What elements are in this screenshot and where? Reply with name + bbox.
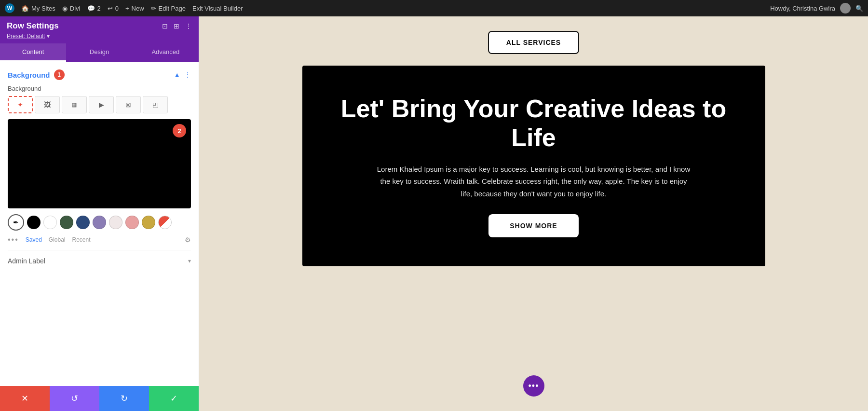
tab-design[interactable]: Design	[66, 43, 132, 62]
background-type-row: ✦ 🖼 ▦ ▶ ⊠ ◰	[8, 96, 191, 113]
columns-icon[interactable]: ⊞	[174, 22, 179, 30]
divi-icon: ◉	[62, 5, 68, 12]
revisions-icon: ↩	[108, 5, 113, 12]
swatch-white[interactable]	[43, 216, 57, 229]
chevron-down-icon: ▾	[188, 258, 191, 264]
color-fill-icon: ✦	[17, 101, 23, 109]
all-services-button[interactable]: ALL SERVICES	[488, 31, 579, 54]
wordpress-icon[interactable]: W	[5, 3, 14, 13]
panel-title: Row Settings	[7, 21, 59, 31]
preview-badge: 2	[173, 124, 186, 137]
swatch-light-pink[interactable]	[109, 216, 122, 229]
color-tools-row: ✒	[8, 214, 191, 231]
new-menu[interactable]: + New	[125, 5, 144, 12]
swatch-black[interactable]	[27, 216, 41, 229]
plus-icon: +	[125, 5, 129, 12]
comments-icon: 💬	[87, 5, 95, 12]
background-section-header: Background 1 ▲ ⋮	[8, 69, 191, 80]
tab-content[interactable]: Content	[0, 43, 66, 62]
edit-page-label: Edit Page	[159, 5, 186, 12]
search-icon[interactable]: 🔍	[855, 5, 863, 12]
howdy-text: Howdy, Christina Gwira	[770, 5, 835, 12]
mask-icon: ◰	[152, 101, 159, 109]
hero-section: Let' Bring Your Creative Ideas to Life L…	[302, 66, 765, 266]
wp-admin-bar: W 🏠 My Sites ◉ Divi 💬 2 ↩ 0 + New ✏ Edit…	[0, 0, 868, 16]
swatch-pink[interactable]	[125, 216, 139, 229]
swatch-eraser[interactable]	[158, 216, 172, 229]
revisions-menu[interactable]: ↩ 0	[108, 5, 119, 12]
redo-button[interactable]: ↻	[99, 386, 149, 411]
my-sites-menu[interactable]: 🏠 My Sites	[21, 5, 55, 12]
cancel-button[interactable]: ✕	[0, 386, 50, 411]
preset-label[interactable]: Preset: Default ▾	[7, 33, 192, 40]
divi-menu[interactable]: ◉ Divi	[62, 5, 81, 12]
panel-footer: ✕ ↺ ↻ ✓	[0, 386, 199, 411]
user-avatar[interactable]	[840, 3, 851, 14]
pencil-icon: ✏	[151, 5, 156, 12]
bg-type-video[interactable]: ▶	[89, 96, 114, 113]
cancel-icon: ✕	[21, 393, 28, 404]
undo-button[interactable]: ↺	[50, 386, 99, 411]
saved-tab[interactable]: Saved	[26, 236, 42, 243]
background-more-btn[interactable]: ⋮	[184, 71, 191, 79]
hero-title: Let' Bring Your Creative Ideas to Life	[341, 95, 727, 152]
color-tabs-row: ••• Saved Global Recent ⚙	[8, 235, 191, 244]
expand-icon[interactable]: ⊡	[162, 22, 168, 30]
row-settings-panel: Row Settings ⊡ ⊞ ⋮ Preset: Default ▾ Con…	[0, 16, 199, 411]
background-title: Background	[8, 71, 50, 79]
edit-page-menu[interactable]: ✏ Edit Page	[151, 5, 186, 12]
new-label: New	[132, 5, 144, 12]
admin-label-row[interactable]: Admin Label ▾	[8, 250, 191, 265]
background-collapse-btn[interactable]: ▲	[174, 71, 180, 79]
revisions-count: 0	[115, 5, 119, 12]
global-tab[interactable]: Global	[49, 236, 66, 243]
admin-label-text: Admin Label	[8, 257, 45, 265]
bg-type-color[interactable]: ✦	[8, 96, 33, 113]
background-badge: 1	[54, 69, 65, 80]
eyedropper-icon: ✒	[13, 219, 19, 226]
bg-type-image[interactable]: 🖼	[35, 96, 60, 113]
pattern-icon: ⊠	[125, 101, 131, 109]
panel-tabs: Content Design Advanced	[0, 43, 199, 62]
canvas-area: ALL SERVICES Let' Bring Your Creative Id…	[199, 16, 868, 411]
more-colors-btn[interactable]: •••	[8, 235, 19, 244]
panel-body: Background 1 ▲ ⋮ Background ✦ 🖼	[0, 62, 199, 386]
hero-body: Lorem Khaled Ipsum is a major key to suc…	[377, 163, 691, 200]
bg-type-pattern[interactable]: ⊠	[116, 96, 141, 113]
divi-label: Divi	[70, 5, 81, 12]
save-button[interactable]: ✓	[149, 386, 199, 411]
redo-icon: ↻	[121, 393, 128, 404]
save-icon: ✓	[170, 393, 177, 404]
tab-advanced[interactable]: Advanced	[133, 43, 199, 62]
home-icon: 🏠	[21, 5, 29, 12]
bg-type-mask[interactable]: ◰	[143, 96, 168, 113]
more-options-icon[interactable]: ⋮	[185, 22, 192, 30]
background-preview[interactable]: 2	[8, 119, 191, 208]
undo-icon: ↺	[71, 393, 78, 404]
comments-count: 2	[97, 5, 101, 12]
comments-menu[interactable]: 💬 2	[87, 5, 101, 12]
image-icon: 🖼	[44, 101, 51, 109]
floating-dots-button[interactable]: •••	[523, 375, 544, 397]
show-more-button[interactable]: SHOW MORE	[488, 214, 578, 237]
bg-type-gradient[interactable]: ▦	[62, 96, 87, 113]
color-picker-button[interactable]: ✒	[8, 214, 24, 231]
gradient-icon: ▦	[72, 102, 77, 108]
swatch-dark-green[interactable]	[60, 216, 73, 229]
video-icon: ▶	[99, 101, 104, 109]
recent-tab[interactable]: Recent	[72, 236, 91, 243]
swatch-purple[interactable]	[93, 216, 106, 229]
exit-builder-label: Exit Visual Builder	[192, 5, 243, 12]
my-sites-label: My Sites	[31, 5, 55, 12]
swatch-gold[interactable]	[142, 216, 155, 229]
panel-header: Row Settings ⊡ ⊞ ⋮ Preset: Default ▾	[0, 16, 199, 43]
background-label: Background	[8, 85, 191, 92]
swatch-dark-blue[interactable]	[76, 216, 90, 229]
color-settings-icon[interactable]: ⚙	[185, 236, 191, 244]
exit-builder-menu[interactable]: Exit Visual Builder	[192, 5, 243, 12]
